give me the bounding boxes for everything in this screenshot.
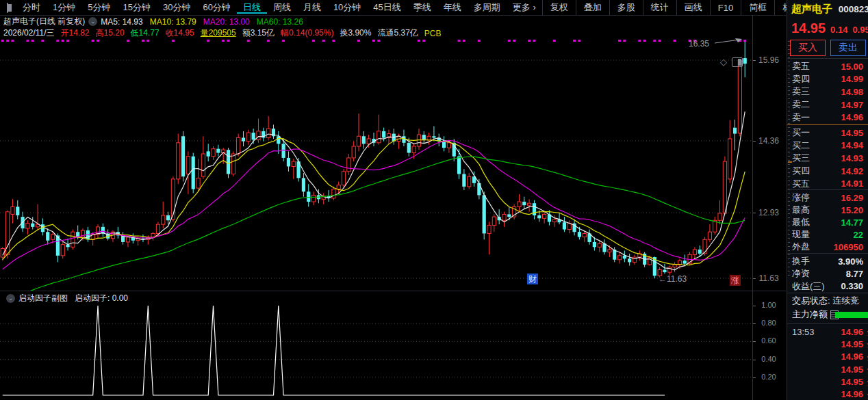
stat-row[interactable]: 换手3.90% — [787, 255, 868, 267]
sell-button[interactable]: 卖出 — [830, 40, 866, 56]
bid-row[interactable]: 买五14.91 — [787, 177, 868, 190]
bid-row-label: 买五 — [792, 178, 810, 190]
candle — [673, 262, 676, 272]
toolbar-button-多股[interactable]: 多股 — [609, 0, 643, 15]
ask-row[interactable]: 卖四14.99 — [787, 73, 868, 86]
layout-panel-icon[interactable] — [7, 3, 8, 13]
stat-row-label: 涨停 — [792, 191, 810, 204]
trading-app-window: 分时1分钟5分钟15分钟30分钟60分钟日线周线月线10分钟45日线季线年线多周… — [0, 0, 868, 400]
candles-layer — [1, 40, 747, 278]
signal-dot — [618, 40, 621, 42]
chart-corner-icons: ◇ — [720, 57, 743, 67]
stat-row[interactable]: 最高15.20 — [787, 204, 868, 216]
stat-row-value: 15.20 — [841, 205, 863, 215]
tick-price: 14.96 — [841, 389, 863, 399]
ask-row[interactable]: 卖一14.96 — [787, 111, 868, 124]
signal-dot — [463, 40, 465, 42]
toolbar-button-统计[interactable]: 统计 — [643, 0, 676, 15]
split-view-icon[interactable] — [732, 57, 743, 67]
ask-row[interactable]: 卖三14.98 — [787, 85, 868, 98]
toolbar-button-复权[interactable]: 复权 — [542, 0, 576, 15]
candle — [61, 242, 64, 258]
stat-row[interactable]: 净资8.77 — [787, 267, 868, 280]
period-tab-更多 ›[interactable]: 更多 › — [507, 1, 542, 14]
stat-row[interactable]: 现量22 — [787, 228, 868, 241]
price-change-pct: 0.95% — [852, 25, 868, 35]
period-tab-60分钟[interactable]: 60分钟 — [196, 1, 236, 14]
ask-row[interactable]: 卖五15.00 — [787, 60, 868, 73]
period-tab-30分钟[interactable]: 30分钟 — [157, 1, 196, 14]
period-tab-年线[interactable]: 年线 — [437, 1, 468, 14]
price-axis-label: 15.96 — [754, 55, 784, 65]
candle — [257, 118, 260, 142]
signal-dot — [578, 40, 580, 42]
bid-row[interactable]: 买一14.95 — [787, 126, 868, 139]
candle — [442, 136, 446, 151]
stat-row[interactable]: 最低14.77 — [787, 216, 868, 228]
ohlc-info-row: 2026/02/11/三开14.82高15.20低14.77收14.95量209… — [0, 27, 448, 39]
sub-chart-header: ⌄ 启动因子副图 启动因子: 0.00 — [0, 292, 128, 304]
candle — [347, 154, 350, 175]
diamond-marker-icon[interactable]: ◇ — [720, 57, 727, 67]
candle — [162, 202, 165, 228]
indicator-chart[interactable] — [0, 291, 752, 400]
bid-row[interactable]: 买三14.93 — [787, 152, 868, 165]
ma-label: MA20: 13.00 — [203, 17, 250, 27]
ask-row[interactable]: 卖二14.97 — [787, 98, 868, 111]
collapse-chevron-icon[interactable]: ⌄ — [88, 17, 97, 26]
tick-row: 14.951 — [787, 363, 868, 375]
stat-row[interactable]: 收益(三)0.330 — [787, 280, 868, 293]
stat-row-label: 收益(三) — [792, 280, 825, 293]
trade-buttons: 买入 卖出 — [790, 40, 866, 56]
period-tab-15分钟[interactable]: 15分钟 — [116, 1, 156, 14]
signal-dot — [458, 40, 461, 42]
indicator-axis-label: 1.00 — [754, 301, 784, 309]
indicator-axis-label: 0.60 — [754, 336, 784, 345]
period-tab-月线[interactable]: 月线 — [297, 1, 327, 14]
sub-chart-value: 启动因子: 0.00 — [75, 293, 128, 304]
sub-collapse-chevron-icon[interactable]: ⌄ — [6, 294, 15, 303]
candle — [663, 264, 666, 274]
candle — [617, 252, 621, 264]
period-tab-日线[interactable]: 日线 — [237, 1, 267, 14]
sub-chart-title: 启动因子副图 — [18, 293, 68, 304]
candlestick-chart[interactable]: 16.35←11.63 — [0, 15, 752, 291]
ohlc-token: 开14.82 — [61, 27, 90, 39]
candle — [201, 136, 205, 179]
period-tab-分时[interactable]: 分时 — [16, 1, 47, 14]
toolbar-button-画线[interactable]: 画线 — [676, 0, 710, 15]
bid-row-value: 14.92 — [841, 166, 863, 176]
period-tab-10分钟[interactable]: 10分钟 — [327, 1, 367, 14]
bid-row[interactable]: 买四14.92 — [787, 165, 868, 178]
candle — [332, 187, 335, 200]
period-tab-季线[interactable]: 季线 — [407, 1, 437, 14]
candle — [518, 194, 521, 212]
ask-row-label: 卖五 — [792, 60, 810, 72]
period-tab-45日线[interactable]: 45日线 — [367, 1, 407, 14]
period-tab-周线[interactable]: 周线 — [267, 1, 297, 14]
toolbar-button-叠加[interactable]: 叠加 — [576, 0, 609, 15]
toolbar-button-F10[interactable]: F10 — [710, 0, 741, 15]
ma-label: MA10: 13.79 — [150, 17, 196, 27]
toolbar-button-简框[interactable]: 简框 — [741, 0, 774, 15]
ohlc-token: 收14.95 — [166, 27, 194, 39]
panel-divider — [787, 323, 868, 324]
ma-line-ma10 — [3, 138, 745, 265]
period-tab-多周期[interactable]: 多周期 — [468, 1, 507, 14]
signal-dot — [659, 40, 661, 42]
candle — [713, 217, 717, 235]
period-tab-1分钟[interactable]: 1分钟 — [47, 1, 81, 14]
signal-dot — [553, 40, 556, 42]
stat-row[interactable]: 涨停16.29 — [787, 191, 868, 204]
cai-watermark-badge: 财 — [527, 274, 538, 284]
ohlc-token: 换3.90% — [340, 27, 371, 39]
candle — [528, 199, 531, 211]
candle — [11, 199, 14, 223]
buy-button[interactable]: 买入 — [790, 40, 826, 56]
period-tab-5分钟[interactable]: 5分钟 — [81, 1, 116, 14]
signal-dot — [222, 40, 225, 42]
bid-row[interactable]: 买二14.94 — [787, 139, 868, 152]
candle — [46, 228, 49, 245]
stat-row[interactable]: 外盘106950 — [787, 241, 868, 253]
candle — [216, 145, 220, 157]
